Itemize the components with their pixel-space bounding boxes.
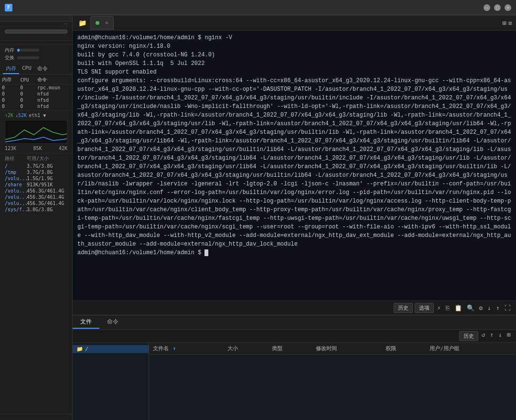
- net-labels: 123K 85K 42K: [5, 146, 67, 151]
- net-up: ↑2K: [5, 113, 13, 118]
- right-content: 📁 ✕ ⊞ ≡ admin@hchuan16:/volume1/home/adm…: [73, 15, 516, 420]
- minimize-button[interactable]: —: [484, 4, 490, 11]
- table-row: 00nfsd: [0, 91, 72, 97]
- disk-row: /volu...456.3G/461.4G: [0, 188, 72, 194]
- file-download-icon[interactable]: ↓: [497, 331, 504, 341]
- file-history-button[interactable]: 历史: [459, 331, 478, 341]
- close-tab-button[interactable]: ✕: [105, 20, 108, 26]
- tab-commands[interactable]: 命令: [99, 316, 126, 329]
- file-refresh-icon[interactable]: ↺: [480, 331, 487, 341]
- file-path-bar: 历史 ↺ ↑ ↓ ⊞: [73, 330, 516, 343]
- mem-bar-container: [17, 49, 39, 52]
- disk-row: /3.7G/3.8G: [0, 163, 72, 169]
- network-chart: [5, 120, 67, 144]
- net-stats-row: ↑2K ↓52K eth1 ▼: [5, 113, 67, 118]
- tab-bar-right: ⊞ ≡: [502, 19, 514, 27]
- col-modified[interactable]: 修改时间: [312, 343, 382, 355]
- disk-row: /share913K/951K: [0, 182, 72, 188]
- file-upload-icon[interactable]: ↑: [489, 331, 495, 341]
- file-table: 文件名 ↑ 大小 类型 修改时间 权限 用户/用户组: [149, 343, 516, 355]
- tree-root[interactable]: 📁 /: [73, 345, 149, 353]
- copy-ip-button[interactable]: [64, 23, 67, 24]
- file-content: 📁 / 文件名 ↑ 大小 类型 修改时间: [73, 343, 516, 420]
- tab-bar: 📁 ✕ ⊞ ≡: [73, 15, 516, 31]
- terminal-line: built with OpenSSL 1.1.1q 5 Jul 2022: [77, 59, 511, 68]
- window-controls: — □ ✕: [484, 4, 511, 11]
- col-owner[interactable]: 用户/用户组: [426, 343, 516, 355]
- mem-row: 内存: [5, 47, 67, 54]
- mem-label: 内存: [5, 47, 15, 54]
- process-list: 内存 CPU 命令 00rpc.moun00nfsd00nfsd00nfsd: [0, 75, 72, 110]
- close-button[interactable]: ✕: [505, 4, 511, 11]
- disk-row: /volu...1.5G/1.9G: [0, 175, 72, 182]
- process-tabs: 内存 CPU 命令: [0, 63, 72, 75]
- search-icon[interactable]: 🔍: [465, 304, 476, 312]
- terminal-line: nginx version: nginx/1.18.0: [77, 42, 511, 51]
- tab-files[interactable]: 文件: [73, 316, 99, 329]
- col-type[interactable]: 类型: [268, 343, 312, 355]
- terminal-line: admin@hchuan16:/volume1/home/admin $ ngi…: [77, 33, 511, 42]
- tab-cpu[interactable]: CPU: [19, 64, 34, 74]
- tree-root-label: /: [85, 346, 88, 352]
- folder-button[interactable]: 📁: [75, 19, 90, 27]
- col-cpu: CPU: [18, 75, 35, 85]
- disk-row: /tmp3.7G/3.8G: [0, 169, 72, 175]
- fullscreen-icon[interactable]: ⛶: [503, 304, 512, 312]
- net-down: ↓52K: [15, 113, 27, 118]
- sync-status: [0, 15, 72, 22]
- root-folder-icon: 📁: [76, 346, 83, 352]
- file-path-actions: 历史 ↺ ↑ ↓ ⊞: [459, 331, 512, 341]
- lightning-icon[interactable]: ⚡: [436, 304, 442, 312]
- table-row: 00rpc.moun: [0, 85, 72, 91]
- session-tab[interactable]: ✕: [90, 16, 114, 30]
- terminal-line: configure arguments: --crossbuild=Linux:…: [77, 76, 511, 248]
- file-newfolder-icon[interactable]: ⊞: [505, 331, 512, 341]
- ip-row: [0, 22, 72, 27]
- upload-icon[interactable]: ↑: [494, 304, 501, 312]
- terminal-line: admin@hchuan16:/volume1/home/admin $: [77, 248, 511, 257]
- mem-bar: [17, 49, 20, 52]
- terminal-area[interactable]: admin@hchuan16:/volume1/home/admin $ ngi…: [73, 31, 516, 301]
- title-bar: F — □ ✕: [0, 0, 516, 15]
- bottom-section: 文件 命令 历史 ↺ ↑ ↓ ⊞ 📁: [73, 315, 516, 420]
- tab-cmd[interactable]: 命令: [34, 64, 51, 74]
- terminal-line: built by gcc 7.4.0 (crosstool-NG 1.24.0): [77, 51, 511, 59]
- col-mem: 内存: [0, 75, 18, 85]
- col-size[interactable]: 大小: [224, 343, 268, 355]
- col-perms[interactable]: 权限: [382, 343, 426, 355]
- col-cmd: 命令: [35, 75, 72, 85]
- disk-col-path: 路径: [5, 155, 27, 162]
- runtime-info: [0, 36, 72, 41]
- upgrade-button[interactable]: [0, 414, 72, 420]
- disk-row: /sys/f...3.8G/3.8G: [0, 206, 72, 213]
- options-button[interactable]: 选项: [415, 303, 434, 313]
- net-interface: eth1 ▼: [29, 113, 46, 118]
- history-button[interactable]: 历史: [394, 303, 413, 313]
- disk-row: /volu...456.3G/461.4G: [0, 200, 72, 206]
- download-icon[interactable]: ↓: [486, 304, 493, 312]
- load-info: [0, 41, 72, 45]
- net-val-1: 123K: [5, 146, 16, 151]
- col-filename[interactable]: 文件名 ↑: [149, 343, 224, 355]
- swap-label: 交换: [5, 54, 15, 61]
- paste-icon[interactable]: 📋: [453, 304, 463, 312]
- terminal-cursor: [204, 249, 208, 256]
- net-val-2: 85K: [33, 146, 42, 151]
- tab-mem[interactable]: 内存: [3, 64, 19, 74]
- copy-icon[interactable]: ⎘: [444, 304, 451, 312]
- menu-icon[interactable]: ≡: [508, 19, 512, 27]
- terminal-toolbar: 历史 选项 ⚡ ⎘ 📋 🔍 ⚙ ↓ ↑ ⛶: [73, 301, 516, 315]
- sidebar: 内存 交换 内存 CPU 命令: [0, 15, 73, 420]
- grid-view-icon[interactable]: ⊞: [502, 19, 506, 27]
- maximize-button[interactable]: □: [494, 4, 501, 11]
- sysinfo-button[interactable]: [5, 30, 67, 33]
- disk-header: 路径 可用/大小: [0, 155, 72, 162]
- disk-col-size: 可用/大小: [27, 155, 49, 162]
- process-table: 内存 CPU 命令 00rpc.moun00nfsd00nfsd00nfsd: [0, 75, 72, 109]
- table-row: 00nfsd: [0, 103, 72, 109]
- settings-icon[interactable]: ⚙: [478, 304, 484, 312]
- connection-status-dot: [96, 21, 99, 25]
- table-row: 00nfsd: [0, 97, 72, 103]
- disk-row: /volu...456.3G/461.4G: [0, 194, 72, 200]
- app-icon: F: [5, 4, 12, 11]
